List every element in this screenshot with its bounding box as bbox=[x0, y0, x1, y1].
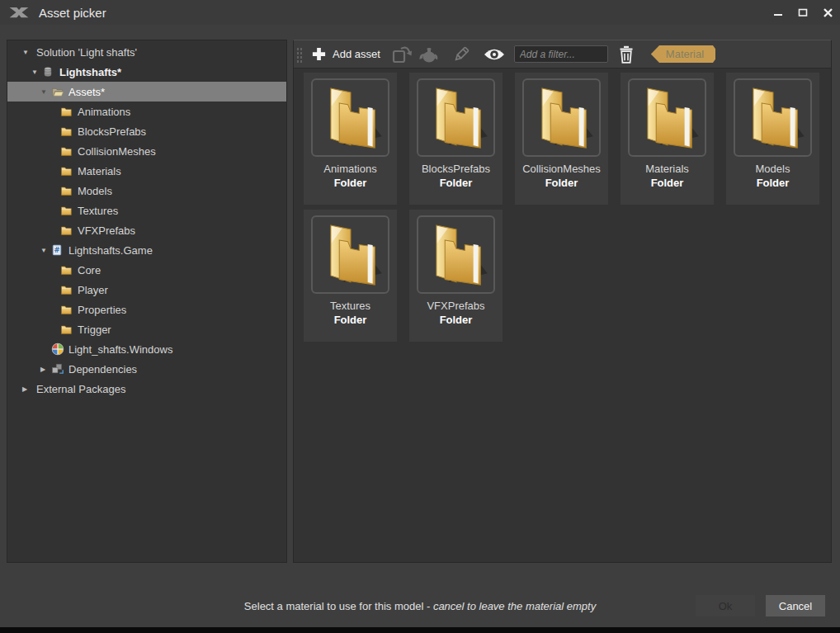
ok-button[interactable]: Ok bbox=[696, 595, 755, 616]
folder-icon bbox=[60, 224, 74, 237]
status-message: Select a material to use for this model … bbox=[244, 600, 596, 612]
folder-icon bbox=[60, 323, 74, 336]
window-bottom-edge bbox=[0, 627, 840, 633]
asset-view-panel: Add asset bbox=[293, 40, 832, 563]
add-asset-button[interactable]: Add asset bbox=[306, 43, 385, 65]
expander-icon[interactable]: ▼ bbox=[40, 247, 51, 254]
import-icon bbox=[391, 45, 413, 64]
folder-icon bbox=[60, 204, 74, 217]
window-title: Asset picker bbox=[39, 6, 106, 20]
folder-icon bbox=[60, 144, 74, 158]
tree-item[interactable]: ▶ Dependencies bbox=[7, 359, 286, 379]
windows-icon bbox=[51, 342, 65, 356]
tree-item[interactable]: Player bbox=[7, 280, 286, 300]
tree-item[interactable]: Properties bbox=[7, 300, 286, 319]
dependencies-icon bbox=[51, 362, 65, 376]
close-icon bbox=[823, 7, 833, 18]
tree-item[interactable]: ▼ Lightshafts* bbox=[7, 62, 286, 82]
folder-thumbnail-icon bbox=[421, 83, 492, 154]
close-button[interactable] bbox=[815, 0, 840, 25]
toolbar-grip[interactable] bbox=[296, 46, 302, 63]
teapot-icon bbox=[418, 45, 439, 64]
folder-thumbnail-icon bbox=[315, 220, 386, 291]
folder-icon bbox=[60, 105, 74, 118]
asset-thumbnail bbox=[734, 78, 812, 157]
tree-item[interactable]: Light_shafts.Windows bbox=[7, 339, 286, 359]
folder-thumbnail-icon bbox=[421, 220, 492, 291]
expander-icon[interactable]: ▶ bbox=[40, 366, 51, 373]
expander-icon[interactable]: ▶ bbox=[22, 385, 33, 393]
tree-item[interactable]: BlocksPrefabs bbox=[7, 121, 286, 141]
asset-thumbnail bbox=[311, 78, 389, 157]
import-asset-button[interactable] bbox=[389, 43, 415, 66]
minimize-button[interactable] bbox=[766, 0, 790, 25]
asset-tile[interactable]: BlocksPrefabs Folder bbox=[409, 73, 503, 205]
tree-item[interactable]: ▼ # Lightshafts.Game bbox=[7, 240, 286, 260]
expander-icon[interactable]: ▼ bbox=[31, 68, 42, 76]
folder-thumbnail-icon bbox=[526, 83, 597, 154]
asset-thumbnail bbox=[522, 78, 601, 157]
tree-item[interactable]: Models bbox=[7, 181, 286, 201]
minimize-icon bbox=[773, 7, 783, 17]
add-template-button[interactable] bbox=[415, 43, 441, 66]
tree-item[interactable]: ▼ Assets* bbox=[7, 82, 286, 102]
folder-thumbnail-icon bbox=[738, 83, 809, 154]
svg-text:#: # bbox=[54, 246, 60, 254]
asset-toolbar: Add asset bbox=[294, 40, 831, 68]
folder-icon bbox=[60, 164, 74, 177]
maximize-button[interactable] bbox=[790, 0, 815, 25]
trash-icon bbox=[618, 45, 635, 64]
open-folder-icon bbox=[51, 85, 65, 98]
asset-tile[interactable]: Textures Folder bbox=[304, 210, 397, 342]
asset-tile[interactable]: VFXPrefabs Folder bbox=[409, 210, 503, 342]
folder-thumbnail-icon bbox=[315, 83, 386, 154]
cancel-button[interactable]: Cancel bbox=[766, 595, 825, 616]
material-filter-tag[interactable]: Material bbox=[651, 45, 715, 63]
tree-item[interactable]: Materials bbox=[7, 161, 286, 181]
folder-icon bbox=[60, 303, 74, 316]
edit-asset-button[interactable] bbox=[448, 43, 474, 66]
tree-item[interactable]: Trigger bbox=[7, 319, 286, 339]
folder-icon bbox=[60, 263, 74, 276]
folder-icon bbox=[60, 184, 74, 197]
solution-tree: ▼ Solution 'Light shafts' ▼ Lightshafts*… bbox=[7, 40, 287, 563]
pencil-icon bbox=[451, 45, 471, 64]
tree-item[interactable]: ▼ Solution 'Light shafts' bbox=[7, 42, 286, 62]
tree-item[interactable]: ▶ External Packages bbox=[7, 379, 286, 399]
title-bar: Asset picker bbox=[0, 0, 840, 25]
asset-tile[interactable]: Models Folder bbox=[726, 73, 819, 205]
filter-input[interactable] bbox=[514, 45, 608, 63]
tree-item[interactable]: CollisionMeshes bbox=[7, 141, 286, 161]
asset-tile[interactable]: Materials Folder bbox=[621, 73, 714, 205]
asset-thumbnail bbox=[311, 215, 389, 294]
tree-item[interactable]: Textures bbox=[7, 201, 286, 220]
asset-tile[interactable]: Animations Folder bbox=[304, 73, 397, 205]
folder-icon bbox=[60, 125, 74, 138]
expander-icon[interactable]: ▼ bbox=[22, 49, 33, 56]
folder-thumbnail-icon bbox=[632, 83, 703, 154]
asset-thumbnail bbox=[417, 215, 495, 294]
expander-icon[interactable]: ▼ bbox=[40, 88, 51, 96]
csharp-icon: # bbox=[51, 243, 65, 257]
tree-item[interactable]: VFXPrefabs bbox=[7, 220, 286, 240]
plus-icon bbox=[311, 46, 327, 62]
tree-item[interactable]: Animations bbox=[7, 102, 286, 121]
asset-tile[interactable]: CollisionMeshes Folder bbox=[515, 73, 608, 205]
asset-thumbnail bbox=[417, 78, 495, 157]
maximize-icon bbox=[798, 7, 808, 17]
package-icon bbox=[42, 65, 56, 78]
asset-thumbnail bbox=[628, 78, 706, 157]
clear-filter-button[interactable] bbox=[613, 43, 639, 66]
asset-grid: Animations Folder BlocksPrefabs Folder C… bbox=[294, 68, 831, 562]
folder-icon bbox=[60, 283, 74, 296]
app-logo-icon bbox=[7, 3, 31, 21]
view-options-button[interactable] bbox=[481, 43, 507, 66]
tree-item[interactable]: Core bbox=[7, 260, 286, 280]
eye-icon bbox=[483, 47, 506, 62]
